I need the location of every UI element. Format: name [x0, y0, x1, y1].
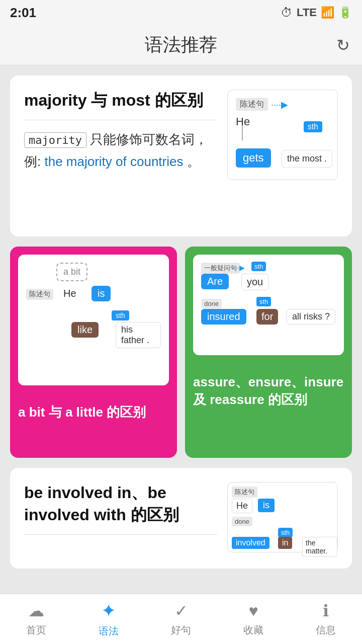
diagram-label-1: 陈述句: [236, 98, 268, 111]
nav-grammar[interactable]: ✦ 语法: [99, 600, 119, 638]
status-icons: ⏱ LTE 📶 🔋: [281, 6, 352, 20]
card3-title: assure、ensure、insure 及 reassure 的区别: [185, 363, 352, 419]
nav-favorites[interactable]: ♥ 收藏: [243, 602, 263, 637]
app-icon: ⏱: [281, 6, 293, 20]
refresh-icon[interactable]: ↻: [336, 36, 350, 55]
diagram-done-3: done: [201, 299, 222, 308]
diagram-header-1: 陈述句 ····▶: [236, 98, 329, 111]
diagram-subject-3: you: [241, 274, 268, 290]
card1-body: majority 只能修饰可数名词，例: the majority of cou…: [24, 128, 217, 173]
favorites-icon: ♥: [249, 602, 258, 620]
diagram-sth-1: sth: [304, 121, 322, 132]
diagram-verb-1: gets: [236, 148, 271, 168]
card1-title: majority 与 most 的区别: [24, 90, 217, 120]
battery-icon: 🔋: [338, 6, 352, 19]
diagram-dashed: a bit: [56, 263, 87, 281]
arrow-icon-1: ····▶: [271, 99, 288, 110]
diagram-subject-2: He: [63, 288, 76, 299]
connector-1: [242, 125, 243, 140]
diagram-sth2-3: sth: [256, 297, 271, 306]
main-content: majority 与 most 的区别 majority 只能修饰可数名词，例:…: [0, 65, 362, 569]
time: 2:01: [10, 5, 36, 21]
card1-diagram: 陈述句 ····▶ He sth gets the most .: [227, 90, 338, 222]
card4-text: be involved in、be involved with 的区别: [24, 482, 217, 554]
diagram-risks: all risks ?: [287, 309, 335, 325]
code-majority: majority: [24, 132, 86, 148]
nav-grammar-label: 语法: [99, 624, 119, 638]
card3-diagram: 一般疑问句 ····▶ sth Are you done sth insured…: [201, 263, 336, 343]
card2-diagram-inner: a bit 陈述句 He is sth like his father .: [18, 255, 169, 385]
card-majority-most[interactable]: majority 与 most 的区别 majority 只能修饰可数名词，例:…: [10, 75, 352, 236]
diagram-object-1: the most .: [282, 150, 332, 168]
nav-goodsentence-label: 好句: [171, 623, 191, 637]
diagram-subject-1: He: [236, 115, 250, 128]
nav-info-label: 信息: [316, 623, 336, 637]
diagram-verb-2: is: [92, 286, 111, 301]
diagram-matter-4: the matter.: [302, 537, 337, 557]
card-involved[interactable]: be involved in、be involved with 的区别 陈述句 …: [10, 468, 352, 569]
diagram-involved-4: involved: [232, 537, 269, 549]
diagram-for: for: [256, 309, 278, 325]
lte-signal: LTE: [297, 6, 317, 19]
home-icon: ☁: [28, 601, 44, 620]
diagram-verb-3: Are: [201, 274, 229, 289]
nav-info[interactable]: ℹ 信息: [316, 601, 336, 637]
grammar-icon: ✦: [101, 600, 116, 621]
diagram-in-4: in: [278, 537, 292, 549]
info-icon: ℹ: [323, 601, 329, 620]
card3-diagram-inner: 一般疑问句 ····▶ sth Are you done sth insured…: [193, 255, 344, 355]
page-title: 语法推荐: [145, 33, 217, 57]
signal-bars: 📶: [321, 6, 334, 19]
nav-home-label: 首页: [26, 623, 46, 637]
diagram-insured: insured: [201, 309, 246, 325]
status-bar: 2:01 ⏱ LTE 📶 🔋: [0, 0, 362, 25]
card-abit-alittle[interactable]: a bit 陈述句 He is sth like his father . a …: [10, 247, 177, 458]
card4-diagram: 陈述句 He is done sth involved in the matte…: [227, 482, 338, 554]
card-text-section: majority 与 most 的区别 majority 只能修饰可数名词，例:…: [24, 90, 217, 222]
card1-suffix: 。: [187, 154, 200, 169]
nav-good-sentence[interactable]: ✓ 好句: [171, 601, 191, 637]
diagram-sth-2: sth: [112, 310, 129, 320]
diagram-label-2: 陈述句: [26, 289, 53, 300]
goodsentence-icon: ✓: [174, 601, 188, 620]
diagram-prep-2: like: [71, 322, 99, 338]
diagram-box-1: 陈述句 ····▶ He sth gets the most .: [227, 90, 338, 180]
card4-title: be involved in、be involved with 的区别: [24, 482, 217, 535]
diagram-he-4: He: [232, 499, 252, 513]
diagram-done-4: done: [232, 517, 252, 526]
diagram-object-2: his father .: [116, 322, 161, 348]
card2-diagram: a bit 陈述句 He is sth like his father .: [26, 263, 161, 373]
diagram-box-4: 陈述句 He is done sth involved in the matte…: [227, 482, 338, 552]
diagram-is-4: is: [258, 499, 275, 512]
two-col-section: a bit 陈述句 He is sth like his father . a …: [10, 247, 352, 458]
diagram-sth-4: sth: [278, 528, 293, 537]
header: 语法推荐 ↻: [0, 25, 362, 65]
card1-example: the majority of countries: [44, 154, 183, 169]
bottom-nav: ☁ 首页 ✦ 语法 ✓ 好句 ♥ 收藏 ℹ 信息: [0, 594, 362, 644]
nav-favorites-label: 收藏: [243, 623, 263, 637]
card-assure-insure[interactable]: 一般疑问句 ····▶ sth Are you done sth insured…: [185, 247, 352, 458]
diagram-label-4: 陈述句: [232, 487, 257, 498]
nav-home[interactable]: ☁ 首页: [26, 601, 46, 637]
card2-title: a bit 与 a little 的区别: [10, 393, 177, 431]
arrow-icon-3: ····▶: [231, 264, 245, 272]
diagram-sth-3: sth: [251, 262, 266, 271]
